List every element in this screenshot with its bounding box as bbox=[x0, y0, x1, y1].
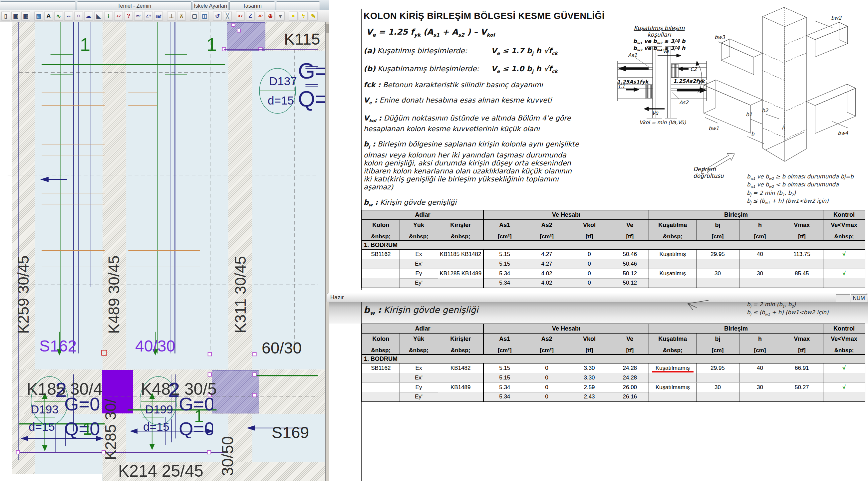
table-cell: 113.75 bbox=[781, 249, 823, 259]
table-cell bbox=[362, 259, 400, 269]
coord-z-icon[interactable]: Z bbox=[246, 11, 255, 21]
pen-icon[interactable]: ✎ bbox=[309, 11, 318, 21]
table-group-header: Ve Hesabı bbox=[484, 210, 649, 219]
table-cell: 30 bbox=[739, 269, 781, 278]
table-column-header: As2[cm²] bbox=[526, 333, 568, 354]
table-group-header: Birleşim bbox=[649, 210, 823, 219]
table-column-header: h[cm] bbox=[739, 219, 781, 241]
table-column-header: As1[cm²] bbox=[484, 219, 526, 241]
tab-blank-0[interactable] bbox=[0, 1, 76, 10]
table-column-header: bj[cm] bbox=[696, 219, 739, 241]
coord-3p-icon[interactable]: 3P bbox=[256, 11, 265, 21]
mm2-icon[interactable]: ㎟ bbox=[154, 11, 163, 21]
table-column-header: Ve<Vmax&nbsp; bbox=[823, 219, 865, 241]
bw-definition-line: bw : Kirişin gövde genişliği bbox=[364, 305, 478, 316]
more-icon[interactable]: ▾ bbox=[276, 11, 285, 21]
case-a-formula: Ve ≤ 1.7 bj h √fck bbox=[491, 46, 557, 56]
earthquake-direction-label: Deprem doğrultusu bbox=[693, 166, 724, 179]
table-cell: Kuşatılmamış bbox=[649, 382, 696, 392]
table-cell: 5.34 bbox=[484, 382, 526, 392]
lightning-icon[interactable]: ϟ bbox=[299, 11, 308, 21]
svg-text:b2: b2 bbox=[762, 107, 769, 114]
card-icon[interactable]: ▣ bbox=[11, 11, 20, 21]
table-cell bbox=[649, 392, 696, 402]
report-title: KOLON KİRİŞ BİRLEŞİM BÖLGESİ KESME GÜVEN… bbox=[364, 11, 604, 21]
triangle-icon[interactable]: ◣ bbox=[94, 11, 103, 21]
spline-icon[interactable]: ≀ bbox=[104, 11, 113, 21]
table-cell: KB1285 KB1489 bbox=[438, 269, 484, 278]
table-group-header: Birleşim bbox=[649, 324, 823, 333]
angle-icon[interactable]: ∠? bbox=[144, 11, 153, 21]
table-cell: 0 bbox=[568, 259, 611, 269]
plan-scrollbar[interactable] bbox=[325, 22, 329, 481]
table-cell: SB1162 bbox=[362, 363, 400, 373]
table-cell bbox=[823, 259, 865, 269]
plan-scrollbar-thumb[interactable] bbox=[326, 24, 329, 33]
table-cell: KB1489 bbox=[438, 382, 484, 392]
svg-text:1.25As2fyk: 1.25As2fyk bbox=[673, 78, 706, 84]
query-icon[interactable]: ? bbox=[124, 11, 133, 21]
table-cell: 4.27 bbox=[526, 249, 568, 259]
hatch-cross-icon[interactable]: ╳ bbox=[223, 11, 232, 21]
polyline-icon[interactable]: ∿ bbox=[54, 11, 63, 21]
page-icon[interactable]: ▢ bbox=[190, 11, 199, 21]
image-icon[interactable]: ▧ bbox=[34, 11, 43, 21]
plan-text-label: G= bbox=[298, 60, 328, 82]
table-cell bbox=[781, 278, 823, 288]
tab-Tasarım[interactable]: Tasarım bbox=[229, 1, 275, 10]
toolbar-separator bbox=[32, 12, 32, 20]
cloud-icon[interactable]: ☁ bbox=[84, 11, 93, 21]
text-icon[interactable]: A bbox=[44, 11, 53, 21]
definition-line: Ve : Enine donatı hesabına esas alınan k… bbox=[364, 96, 580, 107]
rotate-icon[interactable]: ↺ bbox=[213, 11, 222, 21]
table-cell: 5.34 bbox=[484, 392, 526, 402]
coord-xy-icon[interactable]: XY bbox=[236, 11, 245, 21]
page-split-icon[interactable]: ◫ bbox=[200, 11, 209, 21]
table-cell: Ey bbox=[400, 382, 438, 392]
bj-notes-2: bj = 2 min (b1, b2)bj ≤ (bw1 + h) (bw1<b… bbox=[747, 301, 828, 318]
arrow-tip-fragment bbox=[685, 299, 712, 313]
table-cell: 0 bbox=[526, 373, 568, 382]
definition-line: Vkol : Düğüm noktasının üstünde ve altın… bbox=[364, 114, 580, 133]
table-cell bbox=[362, 392, 400, 402]
plan-text-label: D199 bbox=[145, 404, 173, 415]
svg-text:bw2: bw2 bbox=[831, 15, 842, 21]
tab-blank-4[interactable] bbox=[276, 1, 320, 10]
table-cell bbox=[362, 382, 400, 392]
level-paint-icon[interactable]: ⊼ bbox=[177, 11, 186, 21]
ellipse-tool-icon[interactable]: ● bbox=[289, 11, 298, 21]
plan-labels: K115G=Q=D137d=1511K259 30/45K489 30/45K3… bbox=[0, 22, 329, 481]
plan-text-label: G=0 bbox=[64, 395, 100, 413]
table-column-header: h[cm] bbox=[739, 333, 781, 354]
tab-Temel - Zemin[interactable]: Temel - Zemin bbox=[77, 1, 192, 10]
table-cell bbox=[649, 259, 696, 269]
level-icon[interactable]: ⊥ bbox=[167, 11, 176, 21]
table-cell: 5.15 bbox=[484, 373, 526, 382]
table-column-header: Kuşatılma&nbsp; bbox=[649, 219, 696, 241]
table-cell: 4.02 bbox=[526, 278, 568, 288]
area-icon[interactable]: m² bbox=[134, 11, 143, 21]
svg-text:bw3: bw3 bbox=[714, 34, 725, 40]
status-ready-text: Hazır bbox=[327, 294, 344, 301]
table-cell: 40 bbox=[739, 363, 781, 373]
table-cell bbox=[823, 278, 865, 288]
plan-canvas[interactable]: K115G=Q=D137d=1511K259 30/45K489 30/45K3… bbox=[0, 22, 329, 481]
table-cell bbox=[362, 373, 400, 382]
table-cell bbox=[438, 373, 484, 382]
table-cell bbox=[362, 278, 400, 288]
table-cell: 50.12 bbox=[611, 278, 649, 288]
report-window-1: KOLON KİRİŞ BİRLEŞİM BÖLGESİ KESME GÜVEN… bbox=[329, 0, 868, 293]
note-line: bj ≤ (bw1 + h) (bw1<bw2 için) bbox=[747, 198, 854, 206]
grid-icon[interactable]: ▦ bbox=[21, 11, 30, 21]
table-column-header: Ve<Vmax&nbsp; bbox=[823, 333, 865, 354]
plan-text-label: Q=0 bbox=[64, 419, 100, 438]
offset-icon[interactable]: +2 bbox=[114, 11, 123, 21]
table-cell bbox=[696, 259, 739, 269]
table-cell bbox=[649, 278, 696, 288]
arc-icon[interactable]: ⌢ bbox=[64, 11, 73, 21]
doc-partial-icon[interactable]: ▯ bbox=[1, 11, 10, 21]
circle-icon[interactable]: ○ bbox=[74, 11, 83, 21]
svg-text:bw1: bw1 bbox=[709, 126, 719, 131]
tab-İskele Ayarları[interactable]: İskele Ayarları bbox=[193, 1, 228, 10]
origin-icon[interactable]: ⊕ bbox=[266, 11, 275, 21]
